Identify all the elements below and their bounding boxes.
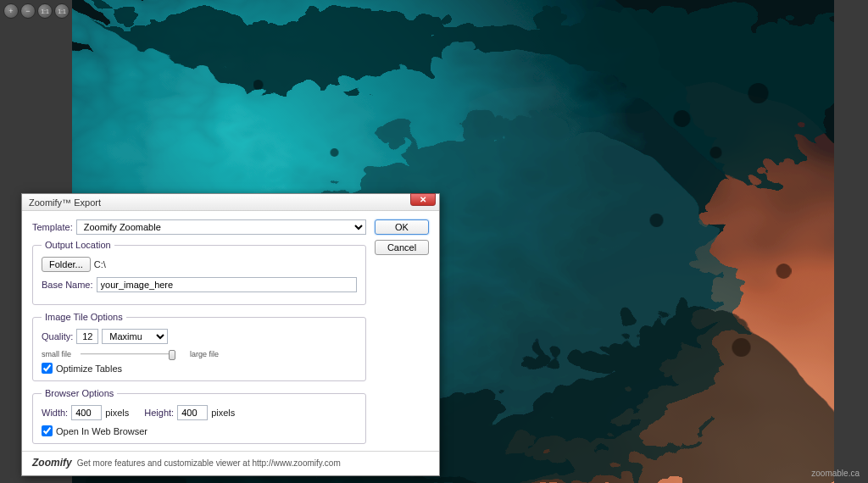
svg-point-9 — [732, 338, 751, 357]
slider-label-large: large file — [181, 350, 219, 358]
quality-slider[interactable] — [81, 349, 175, 359]
template-select[interactable]: Zoomify Zoomable — [76, 219, 366, 235]
tile-options-legend: Image Tile Options — [42, 312, 126, 322]
image-tile-options-group: Image Tile Options Quality: Maximum smal… — [32, 312, 366, 381]
close-icon: ✕ — [420, 195, 426, 204]
svg-point-10 — [253, 80, 264, 90]
height-input[interactable] — [177, 405, 208, 420]
quality-input[interactable] — [76, 329, 98, 344]
svg-point-4 — [674, 110, 691, 127]
zoomify-export-dialog: Zoomify™ Export ✕ Template: Zoomify Zoom… — [21, 193, 440, 476]
optimize-tables-label: Optimize Tables — [56, 364, 122, 374]
slider-label-small: small file — [42, 350, 75, 358]
quality-label: Quality: — [42, 331, 73, 341]
width-input[interactable] — [71, 405, 102, 420]
folder-path: C:\ — [94, 259, 106, 269]
actual-size-button[interactable]: 1:1 — [54, 3, 70, 19]
svg-point-7 — [650, 214, 664, 227]
quality-preset-select[interactable]: Maximum — [102, 329, 168, 344]
output-location-group: Output Location Folder... C:\ Base Name: — [32, 240, 366, 305]
cancel-button[interactable]: Cancel — [375, 240, 429, 255]
close-button[interactable]: ✕ — [410, 193, 436, 206]
browser-options-group: Browser Options Width: pixels Height: pi… — [32, 388, 366, 444]
base-name-input[interactable] — [97, 277, 357, 292]
zoom-out-button[interactable]: − — [20, 3, 36, 19]
optimize-tables-checkbox[interactable] — [42, 363, 53, 374]
zoomify-brand: Zoomify — [32, 457, 72, 469]
svg-point-6 — [748, 83, 769, 103]
svg-point-5 — [710, 147, 722, 158]
height-unit: pixels — [211, 408, 235, 418]
ok-button[interactable]: OK — [375, 219, 429, 235]
dialog-footer: Zoomify Get more features and customizab… — [22, 451, 439, 475]
browser-options-legend: Browser Options — [42, 388, 117, 398]
zoom-toolbar: + − 1:1 1:1 — [3, 3, 70, 19]
svg-point-11 — [331, 148, 339, 157]
open-browser-checkbox[interactable] — [42, 425, 53, 436]
base-name-label: Base Name: — [42, 280, 93, 290]
dialog-title: Zoomify™ Export — [29, 197, 101, 208]
dialog-titlebar[interactable]: Zoomify™ Export ✕ — [22, 194, 439, 211]
watermark-text: zoomable.ca — [811, 469, 860, 478]
folder-button[interactable]: Folder... — [42, 257, 91, 272]
width-unit: pixels — [105, 408, 129, 418]
footer-text: Get more features and customizable viewe… — [77, 458, 341, 468]
fit-button[interactable]: 1:1 — [37, 3, 53, 19]
output-location-legend: Output Location — [42, 240, 114, 250]
height-label: Height: — [144, 408, 174, 418]
width-label: Width: — [42, 408, 68, 418]
open-browser-label: Open In Web Browser — [56, 426, 147, 436]
zoom-in-button[interactable]: + — [3, 3, 19, 19]
template-label: Template: — [32, 222, 73, 232]
svg-point-8 — [776, 264, 792, 279]
